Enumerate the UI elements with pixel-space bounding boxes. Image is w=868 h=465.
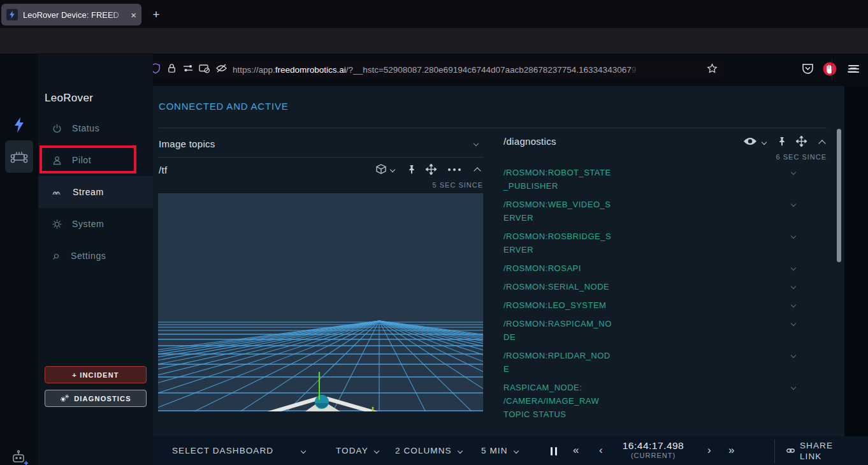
diagnostic-row[interactable]: /ROSMON:ROSBRIDGE_SERVER <box>503 230 798 256</box>
chevron-down-icon[interactable] <box>791 284 796 289</box>
time-mode: (CURRENT) <box>612 452 695 459</box>
browser-tab-strip: LeoRover Device: FREED × + <box>0 0 868 28</box>
lightning-favicon-icon <box>6 9 18 20</box>
fast-forward-button[interactable]: » <box>728 444 734 457</box>
incident-button[interactable]: + INCIDENT <box>45 366 147 383</box>
chevron-down-icon[interactable] <box>791 202 796 207</box>
permissions-toggles-icon[interactable] <box>183 64 194 75</box>
tf-panel-title: /tf <box>159 165 167 175</box>
diagnostic-row[interactable]: /ROSMON:ROBOT_STATE_PUBLISHER <box>503 166 798 193</box>
image-topics-dropdown[interactable]: Image topics <box>159 138 215 149</box>
move-icon[interactable] <box>796 136 807 147</box>
chevron-down-icon[interactable] <box>791 265 796 270</box>
url-text[interactable]: https://app.freedomrobotics.ai/?__hstc=5… <box>233 65 707 75</box>
move-icon[interactable] <box>426 164 437 175</box>
diagnostics-since-label: 6 SEC SINCE <box>699 153 827 161</box>
diagnostic-row[interactable]: /ROSMON:RPLIDAR_NODE <box>503 349 798 376</box>
settings-icon <box>52 252 61 260</box>
chevron-down-icon[interactable] <box>791 385 796 390</box>
sidebar-item-system[interactable]: System <box>38 208 153 240</box>
diagnostic-row[interactable]: /ROSMON:SERIAL_NODE <box>503 280 798 293</box>
share-link-button[interactable]: SHARE LINK <box>786 436 837 465</box>
timestamp[interactable]: 16:44:17.498 (CURRENT) <box>612 440 695 459</box>
eye-icon[interactable] <box>743 137 757 146</box>
bottom-bar-divider <box>774 439 775 463</box>
diagnostic-row[interactable]: /ROSMON:RASPICAM_NODE <box>503 317 798 344</box>
pocket-icon[interactable] <box>799 60 816 78</box>
screen: LeoRover Device: FREED × + <box>0 0 868 465</box>
autoplay-blocked-icon[interactable] <box>199 64 210 76</box>
more-options-icon[interactable] <box>447 168 461 172</box>
add-robot-icon[interactable] <box>11 450 29 465</box>
new-tab-button[interactable]: + <box>148 6 164 23</box>
time-window-dropdown[interactable]: 5 MIN <box>481 436 518 465</box>
header-divider <box>159 128 827 128</box>
bookmark-star-icon[interactable] <box>707 63 718 77</box>
gears-icon <box>60 394 69 402</box>
rewind-button[interactable]: « <box>573 444 579 457</box>
sidebar-item-settings[interactable]: Settings <box>38 240 153 272</box>
adblock-hand-icon[interactable] <box>821 60 839 78</box>
lock-icon[interactable] <box>167 63 177 76</box>
sidebar-item-stream[interactable]: Stream <box>38 176 153 208</box>
browser-tab[interactable]: LeoRover Device: FREED × <box>1 4 141 26</box>
sidebar-item-status[interactable]: Status <box>38 112 153 144</box>
browser-toolbar: https://app.freedomrobotics.ai/?__hstc=5… <box>0 28 868 54</box>
chevron-down-icon[interactable] <box>791 170 796 175</box>
freedom-lightning-icon[interactable] <box>13 117 25 135</box>
chevron-down-icon <box>457 448 462 453</box>
link-icon <box>786 448 795 454</box>
pause-button[interactable] <box>550 447 558 458</box>
gear-icon <box>52 219 62 229</box>
pin-icon[interactable] <box>407 165 416 175</box>
top-right-divider <box>832 59 832 80</box>
tf-since-label: 5 SEC SINCE <box>356 181 483 189</box>
select-dashboard-dropdown[interactable]: SELECT DASHBOARD <box>172 436 305 465</box>
chevron-down-icon <box>301 448 306 453</box>
scrollbar[interactable] <box>837 129 841 262</box>
rover-model <box>158 193 483 411</box>
step-back-button[interactable]: ‹ <box>599 444 603 457</box>
columns-dropdown[interactable]: 2 COLUMNS <box>395 436 462 465</box>
device-name: LeoRover <box>45 92 93 105</box>
panel-divider <box>159 157 483 158</box>
diagnostics-panel-title: /diagnostics <box>503 136 556 147</box>
diagnostic-row[interactable]: /ROSMON:LEO_SYSTEM <box>503 299 798 312</box>
connection-status: CONNECTED AND ACTIVE <box>159 101 289 112</box>
tracking-eye-slash-icon[interactable] <box>215 63 228 76</box>
diagnostic-row[interactable]: RASPICAM_NODE: /CAMERA/IMAGE_RAW TOPIC S… <box>503 381 798 421</box>
tab-title: LeoRover Device: FREED <box>23 10 128 20</box>
stream-icon <box>52 188 62 196</box>
date-range-dropdown[interactable]: TODAY <box>336 436 379 465</box>
pin-icon[interactable] <box>778 137 786 147</box>
step-forward-button[interactable]: › <box>707 444 711 457</box>
url-bar[interactable]: https://app.freedomrobotics.ai/?__hstc=5… <box>144 60 724 79</box>
chevron-down-icon[interactable] <box>791 233 796 239</box>
device-rover-icon[interactable] <box>5 140 33 173</box>
sidebar-item-label: System <box>72 219 104 229</box>
sidebar-item-label: Stream <box>73 187 104 197</box>
app-rail <box>0 54 38 465</box>
diagnostics-button[interactable]: DIAGNOSTICS <box>45 390 147 407</box>
chevron-down-icon <box>374 448 379 453</box>
sidebar-item-label: Status <box>72 123 99 133</box>
chevron-down-icon <box>513 448 518 453</box>
time-value: 16:44:17.498 <box>612 440 695 452</box>
tf-3d-viewport[interactable] <box>158 193 483 411</box>
diagnostic-row[interactable]: /ROSMON:WEB_VIDEO_SERVER <box>503 198 798 225</box>
tab-close-icon[interactable]: × <box>131 10 136 20</box>
chevron-down-icon[interactable] <box>791 321 796 326</box>
diagnostics-list: /ROSMON:ROBOT_STATE_PUBLISHER /ROSMON:WE… <box>503 166 798 426</box>
diagnostic-row[interactable]: /ROSMON:ROSAPI <box>503 262 798 275</box>
power-icon <box>52 124 62 133</box>
pilot-highlight-annotation <box>40 145 136 173</box>
content-right-gutter <box>844 86 868 436</box>
chevron-down-icon[interactable] <box>791 302 796 307</box>
layout-filter-icon[interactable] <box>846 66 857 78</box>
sidebar-item-label: Settings <box>71 251 106 261</box>
chevron-down-icon[interactable] <box>791 353 796 358</box>
3d-cube-icon[interactable] <box>375 163 387 176</box>
